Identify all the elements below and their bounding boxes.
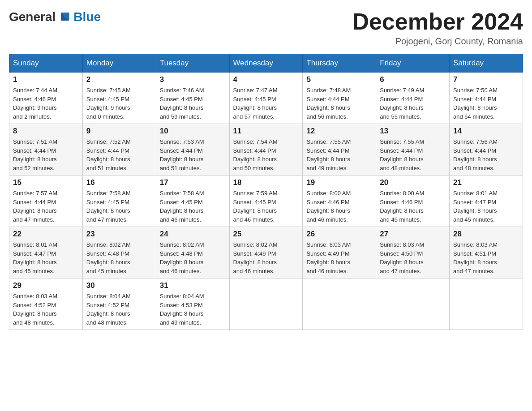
col-monday: Monday xyxy=(82,54,156,73)
day-info: Sunrise: 7:55 AMSunset: 4:44 PMDaylight:… xyxy=(380,137,446,172)
calendar-week-3: 15 Sunrise: 7:57 AMSunset: 4:44 PMDaylig… xyxy=(9,176,523,227)
day-number: 10 xyxy=(160,127,226,136)
day-number: 1 xyxy=(13,75,79,84)
day-info: Sunrise: 8:00 AMSunset: 4:46 PMDaylight:… xyxy=(306,189,372,224)
calendar-cell: 29 Sunrise: 8:03 AMSunset: 4:52 PMDaylig… xyxy=(9,278,83,330)
day-info: Sunrise: 7:44 AMSunset: 4:46 PMDaylight:… xyxy=(13,86,79,121)
day-number: 15 xyxy=(13,178,79,187)
day-info: Sunrise: 7:54 AMSunset: 4:44 PMDaylight:… xyxy=(233,137,299,172)
day-info: Sunrise: 8:03 AMSunset: 4:51 PMDaylight:… xyxy=(453,240,519,275)
day-info: Sunrise: 8:03 AMSunset: 4:49 PMDaylight:… xyxy=(306,240,372,275)
calendar-cell: 5 Sunrise: 7:48 AMSunset: 4:44 PMDayligh… xyxy=(303,73,376,124)
day-info: Sunrise: 8:01 AMSunset: 4:47 PMDaylight:… xyxy=(453,189,519,224)
calendar-cell: 6 Sunrise: 7:49 AMSunset: 4:44 PMDayligh… xyxy=(376,73,450,124)
day-info: Sunrise: 7:46 AMSunset: 4:45 PMDaylight:… xyxy=(160,86,226,121)
day-info: Sunrise: 7:59 AMSunset: 4:45 PMDaylight:… xyxy=(233,189,299,224)
calendar-cell: 7 Sunrise: 7:50 AMSunset: 4:44 PMDayligh… xyxy=(450,73,523,124)
day-number: 28 xyxy=(453,230,519,239)
col-tuesday: Tuesday xyxy=(156,54,229,73)
calendar-cell: 22 Sunrise: 8:01 AMSunset: 4:47 PMDaylig… xyxy=(9,227,83,278)
calendar-cell: 24 Sunrise: 8:02 AMSunset: 4:48 PMDaylig… xyxy=(156,227,229,278)
calendar-cell: 10 Sunrise: 7:53 AMSunset: 4:44 PMDaylig… xyxy=(156,124,229,176)
day-number: 26 xyxy=(306,230,372,239)
col-wednesday: Wednesday xyxy=(229,54,303,73)
day-info: Sunrise: 8:00 AMSunset: 4:46 PMDaylight:… xyxy=(380,189,446,224)
calendar-cell xyxy=(376,278,450,330)
day-info: Sunrise: 8:04 AMSunset: 4:52 PMDaylight:… xyxy=(86,292,152,327)
calendar-table: Sunday Monday Tuesday Wednesday Thursday… xyxy=(9,54,523,330)
location: Pojogeni, Gorj County, Romania xyxy=(352,36,523,47)
calendar-week-2: 8 Sunrise: 7:51 AMSunset: 4:44 PMDayligh… xyxy=(9,124,523,176)
day-number: 5 xyxy=(306,75,372,84)
calendar-cell: 27 Sunrise: 8:03 AMSunset: 4:50 PMDaylig… xyxy=(376,227,450,278)
day-number: 9 xyxy=(86,127,152,136)
calendar-cell: 11 Sunrise: 7:54 AMSunset: 4:44 PMDaylig… xyxy=(229,124,303,176)
calendar-body: 1 Sunrise: 7:44 AMSunset: 4:46 PMDayligh… xyxy=(9,73,523,330)
day-number: 17 xyxy=(160,178,226,187)
calendar-cell: 31 Sunrise: 8:04 AMSunset: 4:53 PMDaylig… xyxy=(156,278,229,330)
day-number: 24 xyxy=(160,230,226,239)
day-number: 21 xyxy=(453,178,519,187)
day-info: Sunrise: 7:58 AMSunset: 4:45 PMDaylight:… xyxy=(86,189,152,224)
col-friday: Friday xyxy=(376,54,450,73)
calendar-cell: 3 Sunrise: 7:46 AMSunset: 4:45 PMDayligh… xyxy=(156,73,229,124)
day-number: 19 xyxy=(306,178,372,187)
day-info: Sunrise: 8:03 AMSunset: 4:52 PMDaylight:… xyxy=(13,292,79,327)
calendar-cell: 14 Sunrise: 7:56 AMSunset: 4:44 PMDaylig… xyxy=(450,124,523,176)
header-row: Sunday Monday Tuesday Wednesday Thursday… xyxy=(9,54,523,73)
title-section: December 2024 Pojogeni, Gorj County, Rom… xyxy=(352,9,523,47)
day-number: 25 xyxy=(233,230,299,239)
day-number: 16 xyxy=(86,178,152,187)
day-number: 13 xyxy=(380,127,446,136)
calendar-week-1: 1 Sunrise: 7:44 AMSunset: 4:46 PMDayligh… xyxy=(9,73,523,124)
day-info: Sunrise: 7:45 AMSunset: 4:45 PMDaylight:… xyxy=(86,86,152,121)
calendar-cell: 23 Sunrise: 8:02 AMSunset: 4:48 PMDaylig… xyxy=(82,227,156,278)
calendar-cell: 20 Sunrise: 8:00 AMSunset: 4:46 PMDaylig… xyxy=(376,176,450,227)
day-info: Sunrise: 7:47 AMSunset: 4:45 PMDaylight:… xyxy=(233,86,299,121)
calendar-week-4: 22 Sunrise: 8:01 AMSunset: 4:47 PMDaylig… xyxy=(9,227,523,278)
page-header: General Blue December 2024 Pojogeni, Gor… xyxy=(9,9,523,47)
day-info: Sunrise: 7:58 AMSunset: 4:45 PMDaylight:… xyxy=(160,189,226,224)
calendar-cell xyxy=(303,278,376,330)
day-number: 18 xyxy=(233,178,299,187)
logo-general: General xyxy=(9,10,56,24)
day-info: Sunrise: 7:55 AMSunset: 4:44 PMDaylight:… xyxy=(306,137,372,172)
col-thursday: Thursday xyxy=(303,54,376,73)
calendar-cell: 1 Sunrise: 7:44 AMSunset: 4:46 PMDayligh… xyxy=(9,73,83,124)
logo-blue: Blue xyxy=(73,10,101,24)
calendar-cell: 9 Sunrise: 7:52 AMSunset: 4:44 PMDayligh… xyxy=(82,124,156,176)
day-number: 7 xyxy=(453,75,519,84)
day-number: 8 xyxy=(13,127,79,136)
logo: General Blue xyxy=(9,9,101,25)
day-number: 30 xyxy=(86,281,152,290)
day-number: 11 xyxy=(233,127,299,136)
day-info: Sunrise: 8:02 AMSunset: 4:48 PMDaylight:… xyxy=(86,240,152,275)
calendar-cell: 26 Sunrise: 8:03 AMSunset: 4:49 PMDaylig… xyxy=(303,227,376,278)
calendar-cell: 30 Sunrise: 8:04 AMSunset: 4:52 PMDaylig… xyxy=(82,278,156,330)
calendar-cell: 12 Sunrise: 7:55 AMSunset: 4:44 PMDaylig… xyxy=(303,124,376,176)
calendar-cell: 8 Sunrise: 7:51 AMSunset: 4:44 PMDayligh… xyxy=(9,124,83,176)
month-title: December 2024 xyxy=(352,9,523,34)
calendar-header: Sunday Monday Tuesday Wednesday Thursday… xyxy=(9,54,523,73)
day-number: 20 xyxy=(380,178,446,187)
day-number: 12 xyxy=(306,127,372,136)
calendar-cell: 4 Sunrise: 7:47 AMSunset: 4:45 PMDayligh… xyxy=(229,73,303,124)
calendar-cell: 15 Sunrise: 7:57 AMSunset: 4:44 PMDaylig… xyxy=(9,176,83,227)
day-number: 31 xyxy=(160,281,226,290)
calendar-cell: 2 Sunrise: 7:45 AMSunset: 4:45 PMDayligh… xyxy=(82,73,156,124)
day-info: Sunrise: 7:51 AMSunset: 4:44 PMDaylight:… xyxy=(13,137,79,172)
day-info: Sunrise: 7:52 AMSunset: 4:44 PMDaylight:… xyxy=(86,137,152,172)
day-info: Sunrise: 7:50 AMSunset: 4:44 PMDaylight:… xyxy=(453,86,519,121)
day-number: 23 xyxy=(86,230,152,239)
day-info: Sunrise: 7:48 AMSunset: 4:44 PMDaylight:… xyxy=(306,86,372,121)
col-saturday: Saturday xyxy=(450,54,523,73)
calendar-cell: 25 Sunrise: 8:02 AMSunset: 4:49 PMDaylig… xyxy=(229,227,303,278)
day-info: Sunrise: 8:01 AMSunset: 4:47 PMDaylight:… xyxy=(13,240,79,275)
day-number: 3 xyxy=(160,75,226,84)
calendar-cell: 17 Sunrise: 7:58 AMSunset: 4:45 PMDaylig… xyxy=(156,176,229,227)
day-info: Sunrise: 7:57 AMSunset: 4:44 PMDaylight:… xyxy=(13,189,79,224)
day-number: 2 xyxy=(86,75,152,84)
day-number: 29 xyxy=(13,281,79,290)
calendar-cell xyxy=(229,278,303,330)
day-info: Sunrise: 7:49 AMSunset: 4:44 PMDaylight:… xyxy=(380,86,446,121)
